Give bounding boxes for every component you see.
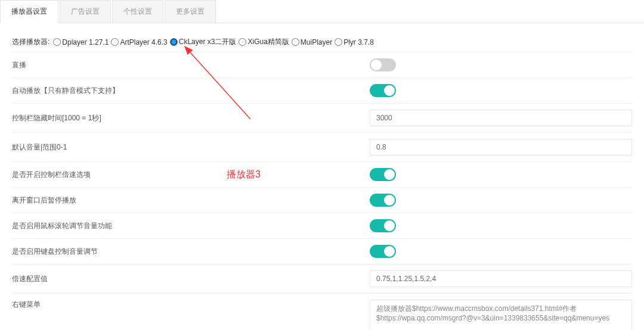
row-wheelvol: 是否启用鼠标滚轮调节音量功能: [12, 213, 632, 239]
label-live: 直播: [12, 60, 370, 70]
switch-speedbar[interactable]: [370, 168, 396, 181]
switch-wheelvol[interactable]: [370, 219, 396, 232]
form-content: 选择播放器: Dplayer 1.27.1 ArtPlayer 4.6.3 Ck…: [0, 23, 644, 330]
label-speedbar: 是否开启控制栏倍速选项: [12, 170, 370, 180]
label-hidebar: 控制栏隐藏时间[1000 = 1秒]: [12, 113, 370, 123]
radio-plyr-label: Plyr 3.7.8: [343, 38, 374, 46]
radio-plyr[interactable]: Plyr 3.7.8: [335, 38, 374, 46]
label-volume: 默认音量|范围0-1: [12, 142, 370, 152]
radio-artplayer-input[interactable]: [111, 38, 119, 46]
input-volume[interactable]: [370, 139, 632, 155]
label-speedcfg: 倍速配置值: [12, 274, 370, 284]
radio-artplayer[interactable]: ArtPlayer 4.6.3: [111, 38, 167, 46]
tab-player-settings[interactable]: 播放器设置: [0, 0, 58, 23]
switch-autoplay[interactable]: [370, 84, 396, 97]
tab-more-settings[interactable]: 更多设置: [165, 0, 216, 23]
radio-plyr-input[interactable]: [335, 38, 342, 46]
row-speedbar: 是否开启控制栏倍速选项: [12, 162, 632, 188]
switch-keyvol[interactable]: [370, 245, 396, 258]
switch-pauseblur[interactable]: [370, 194, 396, 207]
textarea-contextmenu[interactable]: [370, 300, 632, 330]
radio-dplayer-label: Dplayer 1.27.1: [62, 38, 109, 46]
row-live: 直播: [12, 52, 632, 78]
radio-cklayer-label: CkLayer x3二开版: [179, 37, 237, 47]
radio-dplayer-input[interactable]: [53, 38, 61, 46]
label-pauseblur: 离开窗口后暂停播放: [12, 195, 370, 206]
label-keyvol: 是否启用键盘控制音量调节: [12, 247, 370, 257]
tab-ad-settings[interactable]: 广告设置: [60, 0, 111, 23]
row-speedcfg: 倍速配置值: [12, 264, 632, 294]
player-select-row: 选择播放器: Dplayer 1.27.1 ArtPlayer 4.6.3 Ck…: [12, 32, 632, 52]
row-pauseblur: 离开窗口后暂停播放: [12, 188, 632, 213]
radio-xigua-input[interactable]: [239, 38, 246, 46]
radio-cklayer[interactable]: CkLayer x3二开版: [170, 37, 237, 47]
switch-live[interactable]: [370, 58, 396, 71]
radio-artplayer-label: ArtPlayer 4.6.3: [120, 38, 167, 46]
radio-muiplayer[interactable]: MuiPlayer: [292, 38, 332, 46]
radio-muiplayer-input[interactable]: [292, 38, 299, 46]
player-select-label: 选择播放器:: [12, 37, 49, 47]
radio-cklayer-input[interactable]: [170, 38, 178, 46]
row-hidebar: 控制栏隐藏时间[1000 = 1秒]: [12, 104, 632, 133]
row-keyvol: 是否启用键盘控制音量调节: [12, 239, 632, 264]
label-autoplay: 自动播放【只有静音模式下支持】: [12, 86, 370, 96]
label-wheelvol: 是否启用鼠标滚轮调节音量功能: [12, 221, 370, 231]
radio-dplayer[interactable]: Dplayer 1.27.1: [53, 38, 109, 46]
radio-muiplayer-label: MuiPlayer: [301, 38, 332, 46]
row-volume: 默认音量|范围0-1: [12, 133, 632, 162]
tab-personal-settings[interactable]: 个性设置: [112, 0, 163, 23]
row-autoplay: 自动播放【只有静音模式下支持】: [12, 78, 632, 104]
label-contextmenu: 右键菜单: [12, 300, 370, 310]
row-contextmenu: 右键菜单: [12, 294, 632, 330]
radio-xigua-label: XiGua精简版: [247, 37, 289, 47]
input-hidebar[interactable]: [370, 110, 632, 126]
tabs-bar: 播放器设置 广告设置 个性设置 更多设置: [0, 0, 644, 23]
radio-xigua[interactable]: XiGua精简版: [239, 37, 289, 47]
input-speedcfg[interactable]: [370, 270, 632, 287]
